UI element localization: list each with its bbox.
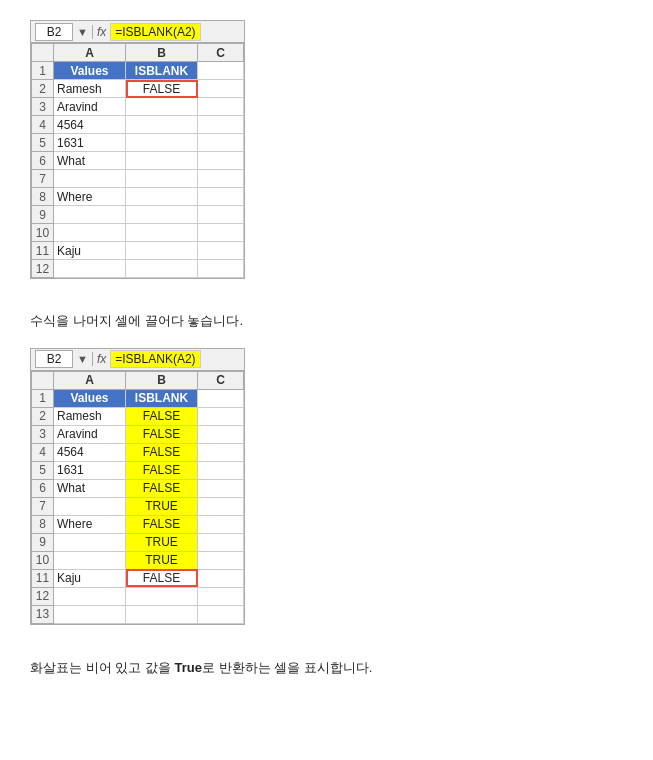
- table-row: 51631FALSE: [32, 461, 244, 479]
- row-num-cell: 8: [32, 515, 54, 533]
- table-row: 6WhatFALSE: [32, 479, 244, 497]
- cell-c: [198, 242, 244, 260]
- fx-label-2: fx: [97, 352, 106, 366]
- table-row: 44564: [32, 116, 244, 134]
- corner-cell-1: [32, 44, 54, 62]
- cell-b: FALSE: [126, 407, 198, 425]
- row-num-cell: 5: [32, 461, 54, 479]
- cell-b: ISBLANK: [126, 62, 198, 80]
- table-row: 8Where: [32, 188, 244, 206]
- table-row: 10TRUE: [32, 551, 244, 569]
- cell-b: FALSE: [126, 479, 198, 497]
- cell-c: [198, 116, 244, 134]
- spreadsheet-2: B2 ▼ fx =ISBLANK(A2) A B C 1ValuesISBLAN…: [30, 348, 245, 625]
- spreadsheet-1: B2 ▼ fx =ISBLANK(A2) A B C 1ValuesISBLAN…: [30, 20, 245, 279]
- cell-c: [198, 80, 244, 98]
- row-num-cell: 6: [32, 152, 54, 170]
- row-num-cell: 2: [32, 407, 54, 425]
- row-num-cell: 4: [32, 116, 54, 134]
- table-row: 11Kaju: [32, 242, 244, 260]
- cell-b: TRUE: [126, 533, 198, 551]
- col-header-row-2: A B C: [32, 371, 244, 389]
- cell-a: Kaju: [54, 242, 126, 260]
- row-num-cell: 11: [32, 569, 54, 587]
- cell-a: Ramesh: [54, 407, 126, 425]
- table-row: 1ValuesISBLANK: [32, 62, 244, 80]
- row-num-cell: 13: [32, 605, 54, 623]
- row-num-cell: 10: [32, 551, 54, 569]
- cell-a: [54, 533, 126, 551]
- formula-text-1: =ISBLANK(A2): [110, 23, 200, 41]
- formula-arrow-1: ▼: [77, 26, 88, 38]
- row-num-cell: 9: [32, 206, 54, 224]
- cell-b: [126, 170, 198, 188]
- cell-c: [198, 461, 244, 479]
- cell-b: [126, 242, 198, 260]
- row-num-cell: 10: [32, 224, 54, 242]
- table-row: 8WhereFALSE: [32, 515, 244, 533]
- row-num-cell: 3: [32, 98, 54, 116]
- cell-b: [126, 587, 198, 605]
- table-row: 13: [32, 605, 244, 623]
- row-num-cell: 1: [32, 62, 54, 80]
- cell-c: [198, 605, 244, 623]
- cell-a: 4564: [54, 116, 126, 134]
- col-header-row-1: A B C: [32, 44, 244, 62]
- cell-a: [54, 224, 126, 242]
- cell-c: [198, 134, 244, 152]
- cell-b: [126, 188, 198, 206]
- table-row: 9TRUE: [32, 533, 244, 551]
- formula-bar-2: B2 ▼ fx =ISBLANK(A2): [31, 349, 244, 371]
- table-row: 12: [32, 260, 244, 278]
- row-num-cell: 8: [32, 188, 54, 206]
- cell-a: Kaju: [54, 569, 126, 587]
- cell-b: FALSE: [126, 425, 198, 443]
- cell-b: FALSE: [126, 80, 198, 98]
- cell-c: [198, 389, 244, 407]
- cell-c: [198, 62, 244, 80]
- table-row: 9: [32, 206, 244, 224]
- cell-c: [198, 188, 244, 206]
- row-num-cell: 2: [32, 80, 54, 98]
- cell-c: [198, 533, 244, 551]
- cell-c: [198, 206, 244, 224]
- table-row: 6What: [32, 152, 244, 170]
- cell-a: [54, 260, 126, 278]
- cell-b: [126, 134, 198, 152]
- table-row: 2RameshFALSE: [32, 407, 244, 425]
- row-num-cell: 11: [32, 242, 54, 260]
- col-header-a-1: A: [54, 44, 126, 62]
- cell-b: ISBLANK: [126, 389, 198, 407]
- cell-b: FALSE: [126, 569, 198, 587]
- cell-b: [126, 152, 198, 170]
- col-header-c-1: C: [198, 44, 244, 62]
- cell-a: 1631: [54, 134, 126, 152]
- table-row: 44564FALSE: [32, 443, 244, 461]
- cell-b: [126, 116, 198, 134]
- middle-text: 수식을 나머지 셀에 끌어다 놓습니다.: [30, 311, 623, 332]
- cell-a: 1631: [54, 461, 126, 479]
- row-num-cell: 3: [32, 425, 54, 443]
- cell-a: What: [54, 152, 126, 170]
- table-row: 12: [32, 587, 244, 605]
- cell-c: [198, 170, 244, 188]
- row-num-cell: 1: [32, 389, 54, 407]
- row-num-cell: 4: [32, 443, 54, 461]
- row-num-cell: 7: [32, 170, 54, 188]
- row-num-cell: 6: [32, 479, 54, 497]
- table-row: 7: [32, 170, 244, 188]
- cell-a: Aravind: [54, 98, 126, 116]
- corner-cell-2: [32, 371, 54, 389]
- cell-c: [198, 479, 244, 497]
- cell-b: [126, 224, 198, 242]
- cell-a: [54, 170, 126, 188]
- cell-a: Where: [54, 515, 126, 533]
- cell-b: FALSE: [126, 515, 198, 533]
- cell-c: [198, 443, 244, 461]
- cell-c: [198, 515, 244, 533]
- sheet-table-1: A B C 1ValuesISBLANK2RameshFALSE3Aravind…: [31, 43, 244, 278]
- table-row: 51631: [32, 134, 244, 152]
- cell-a: Where: [54, 188, 126, 206]
- cell-c: [198, 260, 244, 278]
- cell-a: [54, 605, 126, 623]
